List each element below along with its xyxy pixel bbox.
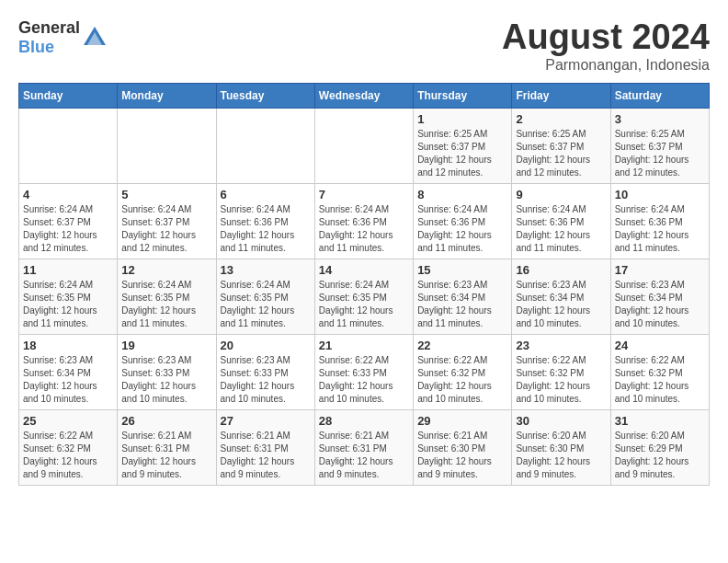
logo-blue: Blue: [18, 38, 54, 56]
calendar-cell: [216, 108, 314, 183]
day-number: 11: [23, 263, 113, 277]
day-info: Sunrise: 6:23 AM Sunset: 6:34 PM Dayligh…: [516, 279, 606, 330]
calendar-cell: 25Sunrise: 6:22 AM Sunset: 6:32 PM Dayli…: [19, 409, 118, 485]
day-info: Sunrise: 6:21 AM Sunset: 6:31 PM Dayligh…: [221, 430, 311, 481]
day-number: 24: [615, 339, 705, 352]
day-number: 7: [319, 188, 409, 201]
day-info: Sunrise: 6:20 AM Sunset: 6:30 PM Dayligh…: [516, 430, 606, 481]
calendar-cell: 13Sunrise: 6:24 AM Sunset: 6:35 PM Dayli…: [216, 259, 314, 334]
day-number: 12: [121, 263, 211, 277]
day-number: 9: [516, 188, 606, 201]
calendar-cell: 17Sunrise: 6:23 AM Sunset: 6:34 PM Dayli…: [610, 259, 709, 334]
day-info: Sunrise: 6:23 AM Sunset: 6:34 PM Dayligh…: [23, 354, 113, 406]
weekday-header-wednesday: Wednesday: [314, 83, 413, 108]
day-number: 23: [516, 339, 606, 352]
day-number: 6: [221, 188, 311, 201]
day-info: Sunrise: 6:24 AM Sunset: 6:36 PM Dayligh…: [615, 203, 705, 255]
weekday-row: SundayMondayTuesdayWednesdayThursdayFrid…: [19, 83, 710, 108]
day-info: Sunrise: 6:22 AM Sunset: 6:32 PM Dayligh…: [23, 430, 113, 481]
day-number: 27: [221, 414, 311, 428]
day-number: 8: [417, 188, 507, 201]
day-number: 1: [417, 112, 507, 126]
calendar-cell: 5Sunrise: 6:24 AM Sunset: 6:37 PM Daylig…: [118, 183, 216, 259]
calendar-cell: 28Sunrise: 6:21 AM Sunset: 6:31 PM Dayli…: [314, 409, 413, 485]
calendar-cell: 19Sunrise: 6:23 AM Sunset: 6:33 PM Dayli…: [118, 334, 216, 409]
day-info: Sunrise: 6:24 AM Sunset: 6:36 PM Dayligh…: [319, 203, 409, 255]
day-number: 22: [417, 339, 507, 352]
day-number: 20: [221, 339, 311, 352]
week-row-4: 18Sunrise: 6:23 AM Sunset: 6:34 PM Dayli…: [19, 334, 710, 409]
day-info: Sunrise: 6:21 AM Sunset: 6:30 PM Dayligh…: [417, 430, 507, 481]
week-row-5: 25Sunrise: 6:22 AM Sunset: 6:32 PM Dayli…: [19, 409, 710, 485]
calendar-cell: 22Sunrise: 6:22 AM Sunset: 6:32 PM Dayli…: [414, 334, 512, 409]
day-info: Sunrise: 6:22 AM Sunset: 6:32 PM Dayligh…: [417, 354, 507, 406]
day-number: 19: [121, 339, 211, 352]
page-header: General Blue August 2024 Parmonangan, In…: [18, 18, 710, 74]
logo-text: General Blue: [18, 18, 80, 57]
day-info: Sunrise: 6:24 AM Sunset: 6:36 PM Dayligh…: [417, 203, 507, 255]
day-number: 13: [221, 263, 311, 277]
day-info: Sunrise: 6:25 AM Sunset: 6:37 PM Dayligh…: [417, 128, 507, 179]
day-number: 5: [121, 188, 211, 201]
calendar-cell: [314, 108, 413, 183]
day-info: Sunrise: 6:24 AM Sunset: 6:37 PM Dayligh…: [121, 203, 211, 255]
weekday-header-tuesday: Tuesday: [216, 83, 314, 108]
weekday-header-monday: Monday: [118, 83, 216, 108]
logo-icon: [82, 25, 108, 51]
main-title: August 2024: [502, 18, 710, 57]
calendar-cell: 7Sunrise: 6:24 AM Sunset: 6:36 PM Daylig…: [314, 183, 413, 259]
day-number: 15: [417, 263, 507, 277]
day-number: 30: [516, 414, 606, 428]
day-number: 29: [417, 414, 507, 428]
day-info: Sunrise: 6:25 AM Sunset: 6:37 PM Dayligh…: [516, 128, 606, 179]
day-info: Sunrise: 6:22 AM Sunset: 6:32 PM Dayligh…: [516, 354, 606, 406]
calendar-cell: 1Sunrise: 6:25 AM Sunset: 6:37 PM Daylig…: [414, 108, 512, 183]
day-number: 3: [615, 112, 705, 126]
calendar-cell: 31Sunrise: 6:20 AM Sunset: 6:29 PM Dayli…: [610, 409, 709, 485]
day-info: Sunrise: 6:23 AM Sunset: 6:33 PM Dayligh…: [121, 354, 211, 406]
calendar-cell: 8Sunrise: 6:24 AM Sunset: 6:36 PM Daylig…: [414, 183, 512, 259]
day-info: Sunrise: 6:25 AM Sunset: 6:37 PM Dayligh…: [615, 128, 705, 179]
day-number: 31: [615, 414, 705, 428]
week-row-1: 1Sunrise: 6:25 AM Sunset: 6:37 PM Daylig…: [19, 108, 710, 183]
calendar-cell: 16Sunrise: 6:23 AM Sunset: 6:34 PM Dayli…: [512, 259, 610, 334]
calendar-body: 1Sunrise: 6:25 AM Sunset: 6:37 PM Daylig…: [19, 108, 710, 485]
day-info: Sunrise: 6:23 AM Sunset: 6:34 PM Dayligh…: [417, 279, 507, 330]
calendar-cell: 4Sunrise: 6:24 AM Sunset: 6:37 PM Daylig…: [19, 183, 118, 259]
logo-general: General: [18, 18, 80, 37]
day-info: Sunrise: 6:24 AM Sunset: 6:35 PM Dayligh…: [319, 279, 409, 330]
day-info: Sunrise: 6:24 AM Sunset: 6:35 PM Dayligh…: [121, 279, 211, 330]
calendar-cell: 15Sunrise: 6:23 AM Sunset: 6:34 PM Dayli…: [414, 259, 512, 334]
calendar-cell: 3Sunrise: 6:25 AM Sunset: 6:37 PM Daylig…: [610, 108, 709, 183]
day-number: 4: [23, 188, 113, 201]
day-number: 14: [319, 263, 409, 277]
calendar-cell: 30Sunrise: 6:20 AM Sunset: 6:30 PM Dayli…: [512, 409, 610, 485]
calendar-cell: [118, 108, 216, 183]
day-info: Sunrise: 6:24 AM Sunset: 6:35 PM Dayligh…: [23, 279, 113, 330]
week-row-3: 11Sunrise: 6:24 AM Sunset: 6:35 PM Dayli…: [19, 259, 710, 334]
day-number: 2: [516, 112, 606, 126]
calendar-cell: 20Sunrise: 6:23 AM Sunset: 6:33 PM Dayli…: [216, 334, 314, 409]
day-info: Sunrise: 6:21 AM Sunset: 6:31 PM Dayligh…: [121, 430, 211, 481]
day-info: Sunrise: 6:22 AM Sunset: 6:32 PM Dayligh…: [615, 354, 705, 406]
day-info: Sunrise: 6:20 AM Sunset: 6:29 PM Dayligh…: [615, 430, 705, 481]
calendar-cell: 12Sunrise: 6:24 AM Sunset: 6:35 PM Dayli…: [118, 259, 216, 334]
calendar-cell: 18Sunrise: 6:23 AM Sunset: 6:34 PM Dayli…: [19, 334, 118, 409]
day-number: 25: [23, 414, 113, 428]
calendar-cell: 23Sunrise: 6:22 AM Sunset: 6:32 PM Dayli…: [512, 334, 610, 409]
calendar-cell: 10Sunrise: 6:24 AM Sunset: 6:36 PM Dayli…: [610, 183, 709, 259]
calendar-cell: 26Sunrise: 6:21 AM Sunset: 6:31 PM Dayli…: [118, 409, 216, 485]
day-info: Sunrise: 6:21 AM Sunset: 6:31 PM Dayligh…: [319, 430, 409, 481]
day-info: Sunrise: 6:22 AM Sunset: 6:33 PM Dayligh…: [319, 354, 409, 406]
day-info: Sunrise: 6:24 AM Sunset: 6:36 PM Dayligh…: [516, 203, 606, 255]
calendar-cell: 29Sunrise: 6:21 AM Sunset: 6:30 PM Dayli…: [414, 409, 512, 485]
calendar-table: SundayMondayTuesdayWednesdayThursdayFrid…: [18, 83, 710, 486]
day-number: 18: [23, 339, 113, 352]
calendar-cell: 6Sunrise: 6:24 AM Sunset: 6:36 PM Daylig…: [216, 183, 314, 259]
weekday-header-sunday: Sunday: [19, 83, 118, 108]
day-number: 16: [516, 263, 606, 277]
logo: General Blue: [18, 18, 108, 57]
title-block: August 2024 Parmonangan, Indonesia: [502, 18, 710, 74]
day-info: Sunrise: 6:23 AM Sunset: 6:34 PM Dayligh…: [615, 279, 705, 330]
day-number: 10: [615, 188, 705, 201]
